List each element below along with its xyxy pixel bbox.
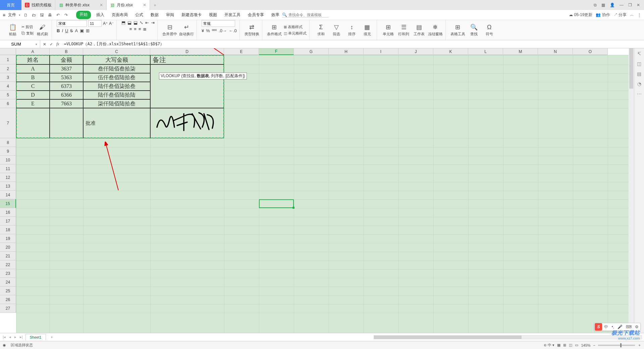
col-header-I[interactable]: I (364, 48, 398, 55)
strike-icon[interactable]: S̶ (70, 28, 73, 33)
align-middle-icon[interactable]: ⬓ (127, 20, 131, 25)
sp-select-icon[interactable]: ↸ (637, 51, 641, 56)
minimize-button[interactable]: — (620, 3, 624, 7)
select-all-corner[interactable] (0, 48, 16, 55)
indent-inc-icon[interactable]: ⇥ (151, 20, 155, 25)
cell[interactable] (150, 64, 224, 108)
row-header-23[interactable]: 23 (0, 269, 16, 278)
cut-button[interactable]: ✂ 剪切 (21, 24, 34, 30)
align-bottom-icon[interactable]: ⬓ (133, 20, 138, 25)
row-col-button[interactable]: ☰行和列 (397, 23, 411, 37)
zoom-out-icon[interactable]: − (593, 343, 595, 347)
align-right-icon[interactable]: ≡ (139, 27, 141, 32)
fill-button[interactable]: ▦填充 (361, 23, 374, 37)
vertical-scrollbar[interactable] (629, 48, 634, 333)
cell[interactable]: 备注 (150, 55, 224, 64)
col-header-C[interactable]: C (83, 48, 150, 55)
cell[interactable]: 伍仟叁佰陆拾叁 (83, 73, 150, 82)
row-header-17[interactable]: 17 (0, 217, 16, 226)
tab-file1[interactable]: ▧ 种类单价.xlsx ✕ (55, 0, 107, 10)
cell[interactable]: 叁仟陆佰叁拾柒 (83, 64, 150, 73)
cell[interactable]: 批准 (83, 108, 150, 138)
sp-layers-icon[interactable]: ▤ (637, 71, 641, 77)
row-header-18[interactable]: 18 (0, 226, 16, 234)
col-header-A[interactable]: A (16, 48, 50, 55)
cell[interactable]: 姓名 (16, 55, 50, 64)
font-color-icon[interactable]: A (75, 28, 78, 33)
cell-style-button[interactable]: ◫ 单元格样式 (284, 31, 307, 36)
cell[interactable]: 柒仟陆佰陆拾叁 (83, 99, 150, 108)
collapse-ribbon-icon[interactable]: ︿ (630, 12, 634, 18)
align-left-icon[interactable]: ≡ (129, 27, 132, 32)
paste-button[interactable]: 📋粘贴 (6, 23, 19, 37)
sort-button[interactable]: ↕排序 (345, 24, 359, 37)
view-page-icon[interactable]: ⊞ (563, 343, 566, 347)
table-style-button[interactable]: ⊞ 表格样式 (284, 24, 307, 30)
row-header-7[interactable]: 7 (0, 108, 16, 138)
inc-decimal-icon[interactable]: .0→ (219, 28, 227, 33)
type-convert-button[interactable]: ⇄类型转换 (245, 23, 259, 37)
ribbon-tab-review[interactable]: 审阅 (164, 11, 176, 19)
cell[interactable]: 6373 (50, 82, 83, 91)
col-header-G[interactable]: G (294, 48, 329, 55)
user-icon[interactable]: 👤 (610, 3, 615, 7)
col-header-D[interactable]: D (150, 48, 224, 55)
sheet-nav-next[interactable]: ▸ (14, 335, 17, 339)
share-button[interactable]: ↗ 分享 (613, 12, 627, 18)
row-header-25[interactable]: 25 (0, 287, 16, 295)
cell[interactable]: D (16, 91, 50, 99)
row-header-27[interactable]: 27 (0, 304, 16, 313)
cell[interactable]: A (16, 64, 50, 73)
row-header-21[interactable]: 21 (0, 252, 16, 260)
sum-button[interactable]: Σ求和 (314, 24, 328, 37)
row-header-11[interactable]: 11 (0, 164, 16, 173)
ime-keyboard-icon[interactable]: ⌨ (624, 325, 633, 329)
filter-button[interactable]: ▽筛选 (330, 23, 343, 37)
currency-icon[interactable]: ¥ (202, 28, 204, 33)
row-header-24[interactable]: 24 (0, 278, 16, 287)
maximize-button[interactable]: ❐ (628, 3, 632, 7)
row-header-15[interactable]: 15 (0, 199, 16, 208)
copy-button[interactable]: ⿻ 复制 (21, 31, 34, 36)
add-tab-button[interactable]: ＋ (150, 0, 160, 10)
file-menu[interactable]: 文件 (8, 12, 16, 18)
row-header-22[interactable]: 22 (0, 260, 16, 269)
font-name-input[interactable] (57, 20, 87, 27)
search-input[interactable] (288, 13, 329, 17)
col-header-K[interactable]: K (433, 48, 468, 55)
collab-button[interactable]: 👥 协作 (596, 12, 610, 18)
cell[interactable]: 陆仟叁佰陆拾陆 (83, 91, 150, 99)
col-header-F[interactable]: F (259, 48, 294, 55)
merge-cells-button[interactable]: ⊟合并居中 (162, 23, 177, 37)
ribbon-tab-efficiency[interactable]: 效率 (269, 11, 281, 19)
row-header-2[interactable]: 2 (0, 64, 16, 73)
view-normal-icon[interactable]: ▦ (557, 343, 560, 347)
indent-dec-icon[interactable]: ⇤ (145, 20, 149, 25)
ribbon-tab-layout[interactable]: 页面布局 (110, 11, 130, 19)
col-header-N[interactable]: N (538, 48, 573, 55)
format-painter-button[interactable]: 🖌格式刷 (36, 24, 49, 37)
ribbon-tab-start[interactable]: 开始 (76, 11, 91, 19)
bold-icon[interactable]: B (57, 28, 60, 33)
row-header-12[interactable]: 12 (0, 173, 16, 182)
close-window-button[interactable]: ✕ (637, 3, 640, 7)
add-sheet-button[interactable]: ＋ (48, 335, 56, 340)
zoom-level[interactable]: 145% (581, 343, 590, 347)
italic-icon[interactable]: I (62, 28, 63, 33)
row-header-8[interactable]: 8 (0, 138, 16, 147)
update-badge[interactable]: ☁ 05-19更新 (569, 12, 592, 18)
row-header-1[interactable]: 1 (0, 55, 16, 64)
row-header-10[interactable]: 10 (0, 156, 16, 164)
row-header-19[interactable]: 19 (0, 234, 16, 243)
font-size-input[interactable] (88, 20, 102, 27)
app-box-icon[interactable]: ⧉ (594, 3, 597, 7)
ribbon-tab-newtab[interactable]: 新建选项卡 (179, 11, 204, 19)
underline-icon[interactable]: U (65, 28, 68, 33)
row-header-9[interactable]: 9 (0, 147, 16, 156)
ime-punct[interactable]: •, (610, 325, 616, 329)
tab-template[interactable]: D 找稻壳模板 (21, 0, 55, 10)
cell[interactable]: 7663 (50, 99, 83, 108)
align-top-icon[interactable]: ⬒ (121, 20, 125, 25)
cell[interactable] (16, 108, 50, 138)
col-header-E[interactable]: E (224, 48, 259, 55)
